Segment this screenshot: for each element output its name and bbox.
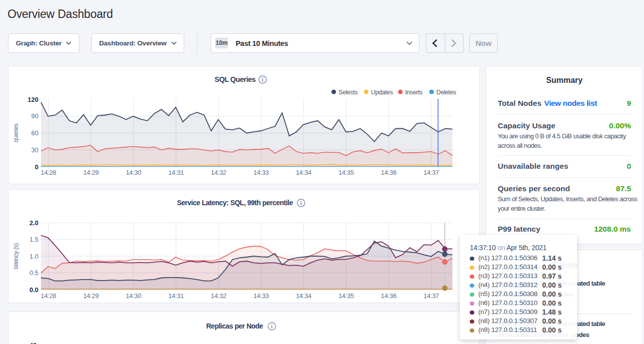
svg-text:14:35: 14:35 (338, 292, 354, 300)
svg-text:latency (s): latency (s) (12, 243, 19, 269)
svg-text:1.0: 1.0 (29, 253, 38, 260)
svg-text:14:36: 14:36 (381, 169, 396, 176)
svg-text:14:30: 14:30 (126, 292, 141, 300)
svg-text:14:30: 14:30 (126, 169, 141, 176)
svg-text:14:28: 14:28 (40, 292, 56, 300)
svg-text:0: 0 (35, 163, 38, 171)
svg-text:14:31: 14:31 (168, 169, 184, 176)
svg-text:14:37: 14:37 (423, 169, 439, 176)
svg-text:14:29: 14:29 (83, 169, 99, 176)
svg-text:14:32: 14:32 (211, 292, 226, 300)
svg-text:14:34: 14:34 (296, 292, 312, 300)
svg-text:30: 30 (31, 146, 38, 154)
svg-text:14:35: 14:35 (338, 169, 354, 176)
svg-text:14:33: 14:33 (253, 169, 269, 176)
svg-text:14:33: 14:33 (253, 292, 269, 300)
svg-text:queries: queries (12, 123, 19, 142)
svg-text:14:34: 14:34 (296, 169, 312, 176)
svg-text:Inserts: Inserts (405, 89, 423, 96)
svg-text:60: 60 (31, 129, 38, 137)
svg-text:Deletes: Deletes (436, 89, 456, 96)
svg-text:14:37: 14:37 (423, 292, 439, 300)
svg-text:SQL Queries: SQL Queries (215, 75, 256, 83)
svg-text:14:28: 14:28 (40, 169, 56, 176)
svg-text:0.0: 0.0 (29, 286, 38, 294)
svg-text:2.0: 2.0 (29, 219, 38, 227)
svg-text:0.5: 0.5 (29, 269, 38, 277)
svg-text:Selects: Selects (338, 89, 357, 96)
svg-text:120: 120 (27, 96, 38, 103)
svg-text:1.5: 1.5 (29, 236, 38, 243)
svg-text:14:31: 14:31 (168, 292, 184, 300)
svg-text:Updates: Updates (371, 89, 393, 96)
svg-text:14:36: 14:36 (381, 292, 396, 300)
svg-text:Service Latency: SQL, 99th per: Service Latency: SQL, 99th percentile (177, 199, 293, 207)
svg-text:14:29: 14:29 (83, 292, 99, 300)
svg-text:14:32: 14:32 (211, 169, 226, 176)
svg-text:90: 90 (31, 112, 38, 120)
